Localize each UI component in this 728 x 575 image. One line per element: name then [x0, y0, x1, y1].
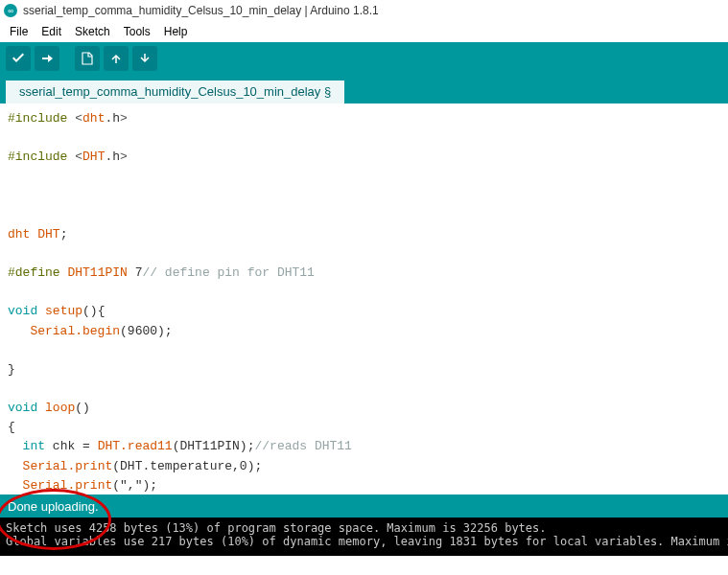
titlebar: ∞ sserial_temp_comma_humidity_Celsus_10_… — [0, 0, 728, 21]
open-button[interactable] — [104, 46, 129, 71]
menubar: File Edit Sketch Tools Help — [0, 21, 728, 42]
output-console[interactable]: Sketch uses 4258 bytes (13%) of program … — [0, 518, 728, 556]
menu-tools[interactable]: Tools — [118, 23, 156, 40]
new-button[interactable] — [75, 46, 100, 71]
upload-button[interactable] — [35, 46, 59, 71]
toolbar — [0, 42, 728, 75]
menu-help[interactable]: Help — [158, 23, 194, 40]
arrow-down-icon — [138, 52, 152, 65]
code-editor[interactable]: #include <dht.h> #include <DHT.h> dht DH… — [0, 104, 728, 494]
check-icon — [11, 51, 26, 66]
console-line: Sketch uses 4258 bytes (13%) of program … — [6, 521, 547, 535]
new-file-icon — [81, 52, 94, 65]
menu-edit[interactable]: Edit — [35, 23, 67, 40]
window-title: sserial_temp_comma_humidity_Celsus_10_mi… — [23, 4, 379, 17]
save-button[interactable] — [132, 46, 157, 71]
verify-button[interactable] — [6, 46, 31, 71]
status-bar: Done uploading. — [0, 494, 728, 518]
arrow-right-icon — [39, 51, 55, 66]
arrow-up-icon — [109, 52, 123, 65]
console-line: Global variables use 217 bytes (10%) of … — [6, 535, 728, 548]
arduino-logo-icon: ∞ — [4, 4, 17, 17]
menu-file[interactable]: File — [4, 23, 34, 40]
menu-sketch[interactable]: Sketch — [69, 23, 116, 40]
tab-strip: sserial_temp_comma_humidity_Celsus_10_mi… — [0, 75, 728, 104]
status-message: Done uploading. — [8, 499, 99, 514]
tab-sketch[interactable]: sserial_temp_comma_humidity_Celsus_10_mi… — [6, 80, 344, 104]
